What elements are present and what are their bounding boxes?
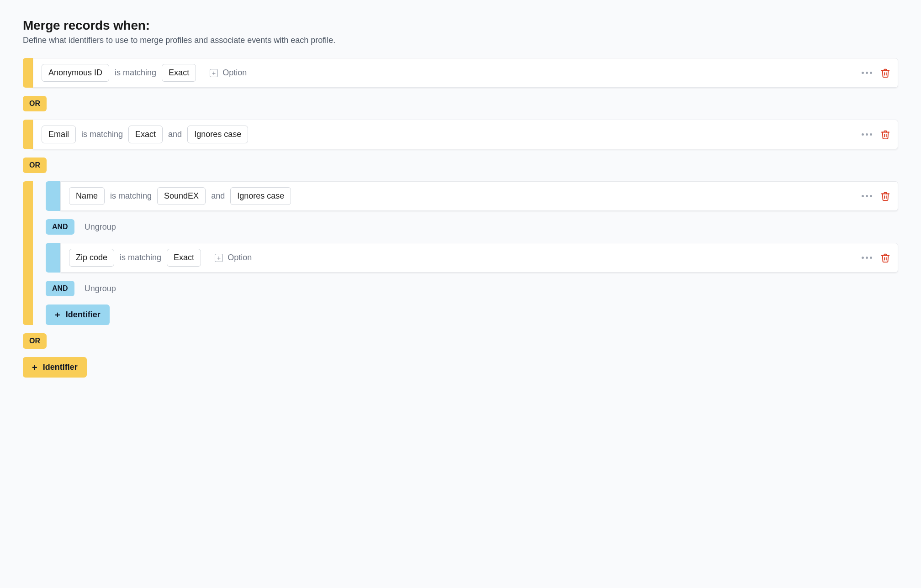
option-label: Option bbox=[228, 253, 252, 262]
extra-chip[interactable]: Ignores case bbox=[187, 126, 248, 143]
is-matching-label: is matching bbox=[110, 191, 152, 201]
more-menu-button[interactable] bbox=[859, 131, 875, 138]
is-matching-label: is matching bbox=[120, 253, 161, 262]
is-matching-label: is matching bbox=[81, 130, 123, 139]
add-identifier-label: Identifier bbox=[43, 362, 78, 372]
add-identifier-button[interactable]: + Identifier bbox=[46, 304, 110, 325]
more-menu-button[interactable] bbox=[859, 254, 875, 262]
is-matching-label: is matching bbox=[115, 68, 156, 78]
add-identifier-label: Identifier bbox=[66, 310, 101, 320]
and-label: and bbox=[168, 130, 182, 139]
plus-icon: + bbox=[215, 254, 223, 262]
and-separator: AND Ungroup bbox=[46, 219, 898, 235]
rule-left: Name is matching SoundEX and Ignores cas… bbox=[69, 187, 291, 205]
delete-button[interactable] bbox=[880, 68, 889, 78]
add-option[interactable]: + Option bbox=[210, 68, 247, 78]
rule-card: Zip code is matching Exact + Option bbox=[60, 243, 898, 273]
match-chip[interactable]: Exact bbox=[162, 64, 196, 82]
match-chip[interactable]: SoundEX bbox=[157, 187, 206, 205]
rule-row: Email is matching Exact and Ignores case bbox=[23, 120, 898, 149]
rule-row: Anonymous ID is matching Exact + Option bbox=[23, 58, 898, 88]
add-option[interactable]: + Option bbox=[215, 253, 252, 262]
and-label: and bbox=[211, 191, 225, 201]
rule-card: Email is matching Exact and Ignores case bbox=[33, 120, 898, 149]
extra-chip[interactable]: Ignores case bbox=[230, 187, 291, 205]
rule-row: Name is matching SoundEX and Ignores cas… bbox=[46, 181, 898, 211]
identifier-chip[interactable]: Name bbox=[69, 187, 105, 205]
or-separator: OR bbox=[23, 333, 898, 349]
group-content: Name is matching SoundEX and Ignores cas… bbox=[33, 181, 898, 325]
ungroup-link[interactable]: Ungroup bbox=[85, 222, 116, 232]
or-separator: OR bbox=[23, 96, 898, 111]
identifier-chip[interactable]: Zip code bbox=[69, 249, 114, 267]
rule-card: Anonymous ID is matching Exact + Option bbox=[33, 58, 898, 88]
match-chip[interactable]: Exact bbox=[128, 126, 163, 143]
rule-left: Zip code is matching Exact + Option bbox=[69, 249, 252, 267]
trash-icon bbox=[880, 68, 890, 78]
and-bar bbox=[46, 181, 60, 211]
or-bar bbox=[23, 120, 33, 149]
or-badge: OR bbox=[23, 333, 47, 349]
or-bar bbox=[23, 181, 33, 325]
identifier-chip[interactable]: Email bbox=[42, 126, 76, 143]
delete-button[interactable] bbox=[880, 130, 889, 140]
and-separator: AND Ungroup bbox=[46, 281, 898, 296]
page-title: Merge records when: bbox=[23, 18, 898, 33]
delete-button[interactable] bbox=[880, 253, 889, 263]
page-description: Define what identifiers to use to merge … bbox=[23, 36, 898, 45]
plus-icon: + bbox=[55, 310, 60, 320]
more-menu-button[interactable] bbox=[859, 192, 875, 200]
or-bar bbox=[23, 58, 33, 88]
or-badge: OR bbox=[23, 158, 47, 173]
trash-icon bbox=[880, 130, 890, 140]
plus-icon: + bbox=[32, 363, 37, 372]
trash-icon bbox=[880, 253, 890, 263]
and-badge: AND bbox=[46, 281, 74, 296]
and-badge: AND bbox=[46, 219, 74, 235]
delete-button[interactable] bbox=[880, 191, 889, 201]
add-identifier-button[interactable]: + Identifier bbox=[23, 357, 87, 378]
rule-left: Anonymous ID is matching Exact + Option bbox=[42, 64, 247, 82]
match-chip[interactable]: Exact bbox=[167, 249, 201, 267]
rule-left: Email is matching Exact and Ignores case bbox=[42, 126, 248, 143]
and-bar bbox=[46, 243, 60, 273]
rule-card: Name is matching SoundEX and Ignores cas… bbox=[60, 181, 898, 211]
plus-icon: + bbox=[210, 69, 218, 77]
identifier-chip[interactable]: Anonymous ID bbox=[42, 64, 109, 82]
ungroup-link[interactable]: Ungroup bbox=[85, 284, 116, 294]
option-label: Option bbox=[222, 68, 247, 78]
rule-row: Zip code is matching Exact + Option bbox=[46, 243, 898, 273]
or-badge: OR bbox=[23, 96, 47, 111]
or-separator: OR bbox=[23, 158, 898, 173]
more-menu-button[interactable] bbox=[859, 69, 875, 77]
trash-icon bbox=[880, 191, 890, 201]
rule-group: Name is matching SoundEX and Ignores cas… bbox=[23, 181, 898, 325]
